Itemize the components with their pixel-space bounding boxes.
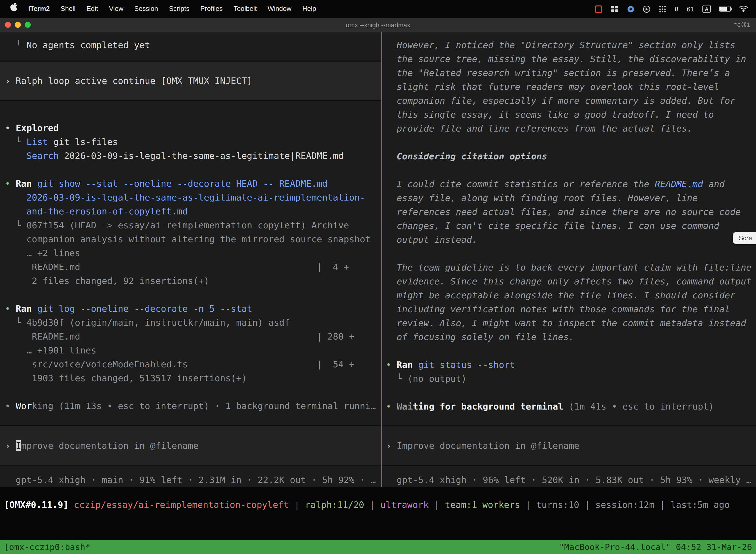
input-source-icon[interactable]: A <box>702 5 711 13</box>
terminal-line <box>386 386 756 400</box>
menu-window[interactable]: Window <box>262 0 297 18</box>
left-agent-input[interactable]: › Improve documentation in @filename <box>0 426 381 466</box>
window-title-bar: omx --xhigh --madmax ⌥⌘1 <box>0 18 756 32</box>
terminal-line: README.md | 280 + <box>5 330 381 343</box>
terminal-line: 1903 files changed, 513517 insertions(+) <box>5 371 381 385</box>
ralph-loop-banner: › Ralph loop active continue [OMX_TMUX_I… <box>0 61 381 101</box>
macos-screen: iTerm2 Shell Edit View Session Scripts P… <box>0 0 756 554</box>
terminal-line: references need actual files, and since … <box>386 205 756 219</box>
terminal-line: companion analysis without altering the … <box>5 232 381 246</box>
terminal-line <box>5 288 381 302</box>
apple-menu[interactable] <box>5 0 23 18</box>
terminal-line <box>386 135 756 150</box>
screen-recording-icon[interactable] <box>595 5 603 13</box>
blue-app-icon[interactable] <box>627 5 635 13</box>
menu-help[interactable]: Help <box>297 0 322 18</box>
terminal-line: README.md | 4 + <box>5 260 381 274</box>
menu-view[interactable]: View <box>104 0 129 18</box>
terminal-line: evidence. Since this change only affects… <box>386 275 756 288</box>
menu-edit[interactable]: Edit <box>81 0 104 18</box>
dots-grid-icon[interactable] <box>659 5 667 13</box>
menu-bar-status-icons: 8 61 A <box>595 5 751 13</box>
terminal-line: slight risk that future readers may over… <box>386 80 756 94</box>
terminal-line: However, I noticed the "Directory Struct… <box>386 38 756 52</box>
terminal-line: • Waiting for background terminal (1m 41… <box>386 400 756 413</box>
terminal-line: [OMX#0.11.9] cczip/essay/ai-reimplementa… <box>4 498 756 512</box>
terminal-line: • Ran git show --stat --oneline --decora… <box>5 177 381 190</box>
terminal-line: essay file, along with finding root file… <box>386 191 756 205</box>
terminal-line: └ No agents completed yet <box>5 38 381 52</box>
zoom-button[interactable] <box>25 22 31 28</box>
right-session-status-line: gpt-5.4 xhigh · 96% left · 520K in · 5.8… <box>382 466 756 487</box>
terminal-line: … +2 lines <box>5 246 381 260</box>
terminal-line <box>386 344 756 358</box>
terminal-line: The team guideline is to back every impo… <box>386 261 756 275</box>
terminal-line: changes, I can't cite specific file line… <box>386 219 756 233</box>
tmux-panes: └ No agents completed yet › Ralph loop a… <box>0 32 756 487</box>
terminal-line <box>386 247 756 261</box>
terminal-line: the "Related research writing" section i… <box>386 66 756 80</box>
tmux-host-clock: "MacBook-Pro-44.local" 04:52 31-Mar-26 <box>559 542 752 552</box>
close-button[interactable] <box>5 22 11 28</box>
terminal-line: • Ran git log --oneline --decorate -n 5 … <box>5 302 381 316</box>
screen-share-chip[interactable]: Scre <box>733 232 756 244</box>
battery-icon[interactable] <box>719 6 731 12</box>
minimize-button[interactable] <box>15 22 21 28</box>
agents-summary: └ No agents completed yet <box>0 32 381 52</box>
menu-shell[interactable]: Shell <box>55 0 81 18</box>
battery-percent-icon[interactable]: 61 <box>687 5 694 13</box>
terminal-line: … +1901 lines <box>5 343 381 357</box>
terminal-line: review. Also, I might want to inspect th… <box>386 316 756 330</box>
terminal-line: this single essay, it seems like a good … <box>386 108 756 122</box>
apple-icon <box>10 2 17 11</box>
right-agent-transcript: However, I noticed the "Directory Struct… <box>382 32 756 413</box>
terminal-line: › Ralph loop active continue [OMX_TMUX_I… <box>5 74 381 88</box>
terminal-line: └ (no output) <box>386 372 756 386</box>
terminal-line: including verification notes with those … <box>386 302 756 316</box>
terminal-line: └ 4b9d30f (origin/main, instructkr/main,… <box>5 316 381 330</box>
terminal-line: └ List git ls-files <box>5 135 381 149</box>
terminal-window: └ No agents completed yet › Ralph loop a… <box>0 32 756 554</box>
left-terminal-pane[interactable]: └ No agents completed yet › Ralph loop a… <box>0 32 381 487</box>
window-grid-icon[interactable] <box>611 5 619 12</box>
menu-profiles[interactable]: Profiles <box>195 0 228 18</box>
tmux-session-window: [omx-cczip0:bash* <box>4 542 90 552</box>
figure-eight-icon[interactable]: 8 <box>675 5 678 13</box>
terminal-line: └ 067f154 (HEAD -> essay/ai-reimplementa… <box>5 218 381 232</box>
terminal-line: • Ran git status --short <box>386 358 756 372</box>
terminal-line: 2026-03-09-is-legal-the-same-as-legitima… <box>5 190 381 205</box>
right-terminal-pane[interactable]: However, I noticed the "Directory Struct… <box>382 32 756 487</box>
menu-scripts[interactable]: Scripts <box>164 0 195 18</box>
menu-session[interactable]: Session <box>129 0 164 18</box>
menu-iterm2[interactable]: iTerm2 <box>23 0 55 18</box>
menu-toolbelt[interactable]: Toolbelt <box>228 0 262 18</box>
omx-status-bar: [OMX#0.11.9] cczip/essay/ai-reimplementa… <box>4 498 756 512</box>
terminal-line: Considering citation options <box>386 150 756 163</box>
terminal-line: provide file and line references from th… <box>386 122 756 135</box>
left-agent-transcript: • Explored └ List git ls-files Search 20… <box>0 101 381 413</box>
window-title: omx --xhigh --madmax <box>0 21 756 29</box>
left-session-status-line: gpt-5.4 xhigh · main · 91% left · 2.31M … <box>0 466 381 487</box>
terminal-line: companion file, especially if more comme… <box>386 94 756 108</box>
terminal-line: • Explored <box>5 121 381 135</box>
terminal-line: › Improve documentation in @filename <box>5 439 381 453</box>
terminal-line: Search 2026-03-09-is-legal-the-same-as-l… <box>5 149 381 163</box>
right-agent-input[interactable]: › Improve documentation in @filename <box>382 426 756 466</box>
terminal-line: • Working (11m 13s • esc to interrupt) ·… <box>5 399 381 413</box>
terminal-line <box>386 163 756 177</box>
macos-menu-bar: iTerm2 Shell Edit View Session Scripts P… <box>0 0 756 18</box>
terminal-line: and-the-erosion-of-copyleft.md <box>5 205 381 218</box>
window-shortcut-badge: ⌥⌘1 <box>734 21 756 28</box>
terminal-line: output instead. <box>386 233 756 247</box>
tmux-status-bar: [omx-cczip0:bash* "MacBook-Pro-44.local"… <box>0 540 756 554</box>
terminal-line: might be acceptable alongside the file l… <box>386 288 756 302</box>
traffic-lights <box>0 22 31 28</box>
terminal-line <box>5 385 381 399</box>
terminal-line: the source tree, missing the essay. Stil… <box>386 52 756 66</box>
wifi-icon[interactable] <box>739 5 748 12</box>
dark-app-icon[interactable] <box>643 5 650 13</box>
terminal-line <box>5 163 381 177</box>
terminal-line: src/voice/voiceModeEnabled.ts | 54 + <box>5 357 381 371</box>
terminal-line: I could cite commit statistics or refere… <box>386 177 756 191</box>
terminal-line: › Improve documentation in @filename <box>386 439 756 453</box>
